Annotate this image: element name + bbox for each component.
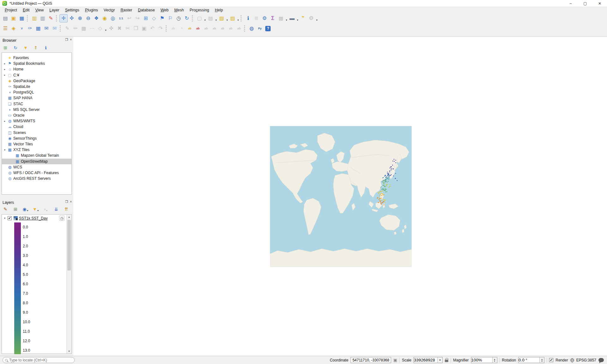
expander-icon[interactable]: ▸ bbox=[3, 62, 6, 65]
nominatim-geocoder-dropdown-arrow[interactable]: ▼ bbox=[316, 19, 318, 21]
new-mesh-layer-button[interactable]: ▦ bbox=[34, 24, 42, 33]
processing-toolbox-button[interactable]: ⚙ bbox=[261, 14, 269, 22]
crs-status[interactable]: EPSG:3857 bbox=[576, 358, 596, 362]
zoom-to-layer-button[interactable]: ◎ bbox=[109, 14, 117, 22]
minimize-button[interactable]: – bbox=[563, 0, 578, 7]
new-spatial-bookmark-button[interactable]: ⚑ bbox=[158, 14, 166, 22]
browser-item-arcgis-rest-servers[interactable]: ◍ArcGIS REST Servers bbox=[2, 176, 71, 181]
nominatim-geocoder-button[interactable]: ❂ bbox=[307, 14, 316, 22]
deselect-features-dropdown-arrow[interactable]: ▼ bbox=[226, 19, 228, 21]
scale-combobox[interactable]: ▼ bbox=[414, 357, 443, 363]
menu-raster[interactable]: Raster bbox=[118, 7, 135, 13]
expander-icon[interactable]: ▸ bbox=[3, 68, 6, 71]
open-project-button[interactable]: ▣ bbox=[9, 14, 18, 22]
browser-float-button[interactable]: ❐ bbox=[65, 38, 68, 41]
show-spatial-bookmarks-button[interactable]: ⚐ bbox=[166, 14, 175, 22]
zoom-out-button[interactable]: ⊖ bbox=[84, 14, 92, 22]
temporal-controller-button[interactable]: ◷ bbox=[175, 14, 183, 22]
new-geopackage-layer-button[interactable]: ◈ bbox=[9, 24, 18, 33]
highlight-pinned-labels-button[interactable]: ab bbox=[186, 24, 194, 33]
open-attribute-table-button[interactable]: ▦ bbox=[277, 14, 285, 22]
locate-input[interactable] bbox=[9, 358, 66, 362]
menu-web[interactable]: Web bbox=[158, 7, 171, 13]
refresh-map-button[interactable]: ↻ bbox=[183, 14, 191, 22]
metasearch-button[interactable]: ◍ bbox=[248, 24, 256, 33]
browser-item-spatial-bookmarks[interactable]: ▸⚑Spatial Bookmarks bbox=[2, 61, 71, 66]
select-features-dropdown-arrow[interactable]: ▼ bbox=[204, 19, 206, 21]
python-console-button[interactable]: Py bbox=[256, 24, 264, 33]
select-by-location-button[interactable]: ▨ bbox=[229, 14, 237, 22]
magnifier-spin-arrows[interactable]: ▲▼ bbox=[492, 357, 497, 363]
menu-vector[interactable]: Vector bbox=[101, 7, 118, 13]
identify-features-button[interactable]: ℹ bbox=[244, 14, 252, 22]
undo-button[interactable]: ↶ bbox=[148, 24, 156, 33]
statistical-summary-button[interactable]: Σ bbox=[269, 14, 277, 22]
save-project-button[interactable]: ▦ bbox=[18, 14, 26, 22]
browser-item-geopackage[interactable]: ◈GeoPackage bbox=[2, 78, 71, 84]
browser-item-wfs-ogc-api-features[interactable]: ◍WFS / OGC API - Features bbox=[2, 170, 71, 176]
extents-toggle-icon[interactable]: ▣ bbox=[393, 358, 397, 362]
browser-item-favorites[interactable]: ★Favorites bbox=[2, 55, 71, 61]
pan-to-selection-button[interactable]: ✜ bbox=[68, 14, 76, 22]
browser-item-stac[interactable]: ❏STAC bbox=[2, 101, 71, 107]
magnifier-input[interactable] bbox=[471, 358, 492, 362]
scale-input[interactable] bbox=[414, 358, 437, 362]
browser-item-home[interactable]: ▸⌂Home bbox=[2, 66, 71, 72]
map-canvas[interactable] bbox=[75, 37, 607, 356]
show-hide-labels-button[interactable]: ab bbox=[210, 24, 218, 33]
move-feature-button[interactable]: ✜ bbox=[107, 24, 115, 33]
zoom-last-button[interactable]: ↩ bbox=[125, 14, 133, 22]
messages-icon[interactable] bbox=[598, 358, 604, 362]
rotation-spinbox[interactable]: ▲▼ bbox=[518, 357, 544, 363]
new-spatialite-layer-button[interactable]: ✑ bbox=[26, 24, 34, 33]
field-calculator-button[interactable]: ≣ bbox=[252, 14, 261, 22]
current-edits-button[interactable]: ✎ bbox=[63, 24, 71, 33]
data-source-manager-button[interactable]: ☰ bbox=[1, 24, 9, 33]
expander-icon[interactable]: ▸ bbox=[3, 74, 6, 76]
manage-map-themes-dropdown-arrow[interactable]: ▼ bbox=[27, 209, 29, 212]
add-group-button[interactable]: ⊞ bbox=[12, 206, 19, 213]
select-features-by-value-dropdown-arrow[interactable]: ▼ bbox=[215, 19, 217, 21]
help-contents-button[interactable]: ? bbox=[264, 24, 272, 33]
new-shapefile-layer-button[interactable]: V bbox=[18, 24, 26, 33]
menu-edit[interactable]: Edit bbox=[20, 7, 33, 13]
zoom-next-button[interactable]: ↪ bbox=[133, 14, 142, 22]
temporal-layer-indicator-icon[interactable]: ◷ bbox=[59, 215, 64, 221]
magnifier-spinbox[interactable]: ▲▼ bbox=[471, 357, 497, 363]
world-map[interactable] bbox=[270, 126, 412, 267]
new-3d-map-view-button[interactable]: ◇ bbox=[150, 14, 158, 22]
browser-item-xyz-tiles[interactable]: ▾▦XYZ Tiles bbox=[2, 147, 71, 153]
browser-item-ms-sql-server[interactable]: ◗MS SQL Server bbox=[2, 107, 71, 112]
paste-features-button[interactable]: ▣ bbox=[140, 24, 148, 33]
add-selected-layers-button[interactable]: ⊞ bbox=[2, 44, 9, 51]
scroll-up-arrow[interactable]: ▲ bbox=[67, 215, 71, 219]
browser-item-sensorthings[interactable]: ◉SensorThings bbox=[2, 136, 71, 141]
select-by-location-dropdown-arrow[interactable]: ▼ bbox=[237, 19, 239, 21]
browser-item-scenes[interactable]: ◫Scenes bbox=[2, 130, 71, 136]
new-gpx-layer-button[interactable]: ✉ bbox=[42, 24, 51, 33]
browser-item-sap-hana[interactable]: ▦SAP HANA bbox=[2, 95, 71, 101]
open-attribute-table-dropdown-arrow[interactable]: ▼ bbox=[285, 19, 288, 21]
render-checkbox[interactable]: ✔ bbox=[549, 358, 553, 362]
browser-item-wms-wmts[interactable]: ▸◍WMS/WMTS bbox=[2, 118, 71, 124]
locator-bar[interactable] bbox=[3, 357, 75, 363]
style-manager-button[interactable]: ✎ bbox=[47, 14, 55, 22]
copy-features-button[interactable]: ❐ bbox=[132, 24, 140, 33]
toggle-display-labels-button[interactable]: ab bbox=[194, 24, 202, 33]
browser-close-button[interactable]: × bbox=[70, 38, 72, 41]
maximize-button[interactable]: ▢ bbox=[578, 0, 592, 7]
browser-item-openstreetmap[interactable]: ▦OpenStreetMap bbox=[2, 159, 71, 164]
move-label-button[interactable]: ab bbox=[218, 24, 227, 33]
delete-selected-button[interactable]: ✖ bbox=[115, 24, 124, 33]
layer-name[interactable]: SST1k SST_Day bbox=[19, 216, 48, 221]
cut-features-button[interactable]: ✂ bbox=[124, 24, 132, 33]
pan-map-button[interactable]: ✛ bbox=[59, 14, 68, 22]
browser-item-cloud[interactable]: ☁Cloud bbox=[2, 124, 71, 130]
expander-icon[interactable]: ▾ bbox=[3, 149, 6, 151]
browser-item-vector-tiles[interactable]: ▦Vector Tiles bbox=[2, 141, 71, 147]
filter-legend-dropdown-arrow[interactable]: ▼ bbox=[37, 209, 39, 212]
measure-line-dropdown-arrow[interactable]: ▼ bbox=[297, 19, 299, 21]
scale-lock-icon[interactable] bbox=[445, 360, 448, 362]
vertex-tool-dropdown-arrow[interactable]: ▼ bbox=[105, 29, 107, 31]
browser-item-c[interactable]: ▸▢C:¥ bbox=[2, 72, 71, 78]
